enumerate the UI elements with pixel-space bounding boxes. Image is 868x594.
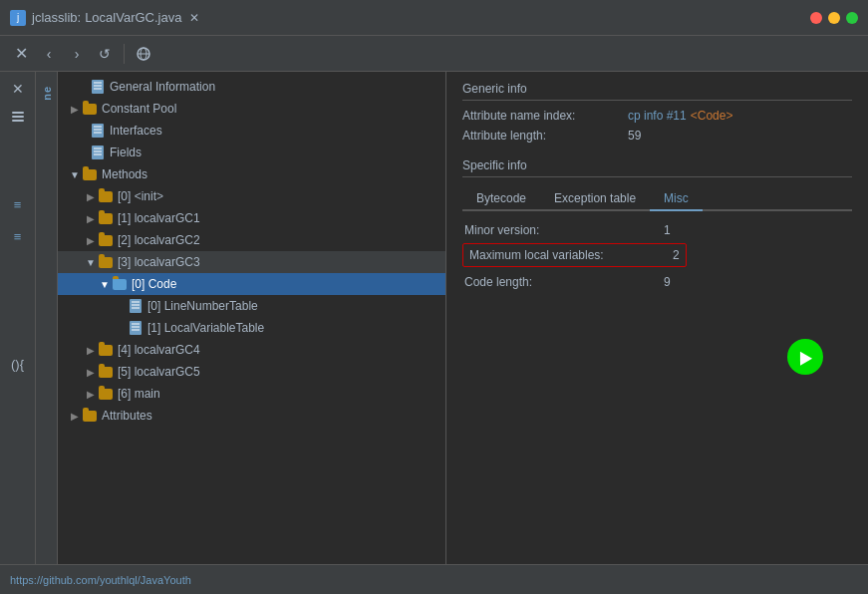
tree-arrow-interfaces	[76, 124, 90, 138]
tree-arrow-attributes: ▶	[68, 409, 82, 423]
tree-item-local-variable-table[interactable]: [1] LocalVariableTable	[58, 317, 445, 339]
strip-equals-button[interactable]: ≡	[5, 191, 31, 217]
minor-version-label: Minor version:	[464, 223, 664, 237]
tree-label-localvarGC3: [3] localvarGC3	[118, 255, 200, 269]
tree-icon-attributes	[82, 409, 98, 423]
tree-icon-interfaces	[90, 124, 106, 138]
attribute-length-label: Attribute length:	[462, 129, 622, 143]
attribute-name-row: Attribute name index: cp info #11 <Code>	[462, 109, 852, 123]
tree-label-init: [0] <init>	[118, 189, 163, 203]
tree-item-attributes[interactable]: ▶ Attributes	[58, 405, 445, 427]
max-local-vars-label: Maximum local variables:	[469, 248, 669, 262]
attribute-name-label: Attribute name index:	[462, 109, 622, 123]
tree-icon-line-number-table	[128, 299, 144, 313]
attribute-length-row: Attribute length: 59	[462, 129, 852, 143]
minor-version-row: Minor version: 1	[462, 219, 852, 241]
tree-arrow-init: ▶	[84, 189, 98, 203]
tree-label-constant-pool: Constant Pool	[102, 102, 176, 116]
tree-label-localvarGC4: [4] localvarGC4	[118, 343, 200, 357]
tree-icon-localvarGC4	[98, 343, 114, 357]
tree-label-methods: Methods	[102, 167, 147, 181]
tree-label-interfaces: Interfaces	[110, 124, 162, 138]
attribute-name-value: <Code>	[691, 109, 733, 123]
tree-icon-general	[90, 80, 106, 94]
tree-arrow-general	[76, 80, 90, 94]
window-maximize-btn[interactable]	[846, 12, 858, 24]
status-url: https://github.com/youthlql/JavaYouth	[10, 574, 191, 586]
max-local-vars-value: 2	[673, 248, 680, 262]
tree-label-localvarGC5: [5] localvarGC5	[118, 365, 200, 379]
tree-item-localvarGC4[interactable]: ▶ [4] localvarGC4	[58, 339, 445, 361]
tree-item-localvarGC5[interactable]: ▶ [5] localvarGC5	[58, 361, 445, 383]
strip-close-button[interactable]: ✕	[5, 76, 31, 102]
status-bar: https://github.com/youthlql/JavaYouth	[0, 564, 868, 594]
tree-icon-localvarGC3	[98, 255, 114, 269]
tree-label-attributes: Attributes	[102, 409, 152, 423]
max-local-vars-highlighted: Maximum local variables: 2	[462, 243, 687, 267]
app-icon: j	[10, 10, 26, 26]
code-length-value: 9	[664, 275, 671, 289]
tree-icon-code	[112, 277, 128, 291]
tree-item-main[interactable]: ▶ [6] main	[58, 383, 445, 405]
tree-item-general[interactable]: General Information	[58, 76, 445, 98]
app-name: jclasslib:	[32, 10, 81, 25]
tabs-row: Bytecode Exception table Misc	[462, 187, 852, 211]
tree-arrow-constant-pool: ▶	[68, 102, 82, 116]
tree-arrow-main: ▶	[84, 387, 98, 401]
tree-panel[interactable]: General Information ▶ Constant Pool Inte…	[58, 72, 446, 564]
left-strip: ✕ ≡ ≡ (){	[0, 72, 36, 564]
strip-bracket-button[interactable]: (){	[5, 351, 31, 377]
tree-item-localvarGC1[interactable]: ▶ [1] localvarGC1	[58, 207, 445, 229]
tab-misc[interactable]: Misc	[650, 187, 703, 211]
sidebar-accent: ne	[36, 72, 58, 564]
toolbar: ✕ ‹ › ↺	[0, 36, 868, 72]
max-local-vars-row: Maximum local variables: 2	[462, 243, 852, 271]
tree-item-fields[interactable]: Fields	[58, 142, 445, 163]
tree-arrow-localvarGC4: ▶	[84, 343, 98, 357]
tree-item-line-number-table[interactable]: [0] LineNumberTable	[58, 295, 445, 317]
tree-item-localvarGC3[interactable]: ▼ [3] localvarGC3	[58, 251, 445, 273]
code-length-row: Code length: 9	[462, 271, 852, 293]
tree-item-code[interactable]: ▼ [0] Code	[58, 273, 445, 295]
sidebar-new-label: ne	[41, 86, 53, 101]
tree-arrow-localvarGC2: ▶	[84, 233, 98, 247]
toolbar-close-button[interactable]: ✕	[8, 41, 34, 67]
tree-arrow-localvarGC3: ▼	[84, 255, 98, 269]
tree-item-interfaces[interactable]: Interfaces	[58, 120, 445, 142]
toolbar-separator	[124, 44, 125, 64]
toolbar-globe-button[interactable]	[131, 41, 156, 67]
tree-arrow-localvarGC5: ▶	[84, 365, 98, 379]
window-close-btn[interactable]	[810, 12, 822, 24]
strip-equals2-button[interactable]: ≡	[5, 223, 31, 249]
tree-label-local-variable-table: [1] LocalVariableTable	[147, 321, 264, 335]
tree-item-localvarGC2[interactable]: ▶ [2] localvarGC2	[58, 229, 445, 251]
tree-label-general: General Information	[110, 80, 215, 94]
tab-exception-table[interactable]: Exception table	[540, 187, 650, 211]
tree-label-line-number-table: [0] LineNumberTable	[147, 299, 258, 313]
tree-label-localvarGC2: [2] localvarGC2	[118, 233, 200, 247]
tree-icon-localvarGC1	[98, 211, 114, 225]
tree-icon-fields	[90, 146, 106, 159]
code-length-label: Code length:	[464, 275, 664, 289]
tree-icon-init	[98, 189, 114, 203]
cp-info-link[interactable]: cp info #11	[628, 109, 687, 123]
toolbar-back-button[interactable]: ‹	[36, 41, 62, 67]
tree-item-constant-pool[interactable]: ▶ Constant Pool	[58, 98, 445, 120]
tree-arrow-methods: ▼	[68, 167, 82, 181]
svg-rect-5	[12, 120, 24, 122]
tab-bytecode[interactable]: Bytecode	[462, 187, 540, 211]
tree-item-init[interactable]: ▶ [0] <init>	[58, 185, 445, 207]
tree-icon-localvarGC5	[98, 365, 114, 379]
tab-close-icon[interactable]: ✕	[189, 11, 199, 25]
tree-icon-main	[98, 387, 114, 401]
tree-icon-methods	[82, 167, 98, 181]
toolbar-refresh-button[interactable]: ↺	[92, 41, 118, 67]
tree-arrow-fields	[76, 146, 90, 159]
file-name: LocalVarGC.java	[85, 10, 181, 25]
toolbar-forward-button[interactable]: ›	[64, 41, 90, 67]
tree-label-localvarGC1: [1] localvarGC1	[118, 211, 200, 225]
svg-rect-4	[12, 116, 24, 118]
window-minimize-btn[interactable]	[828, 12, 840, 24]
strip-lines-button[interactable]	[5, 104, 31, 130]
tree-item-methods[interactable]: ▼ Methods	[58, 163, 445, 185]
